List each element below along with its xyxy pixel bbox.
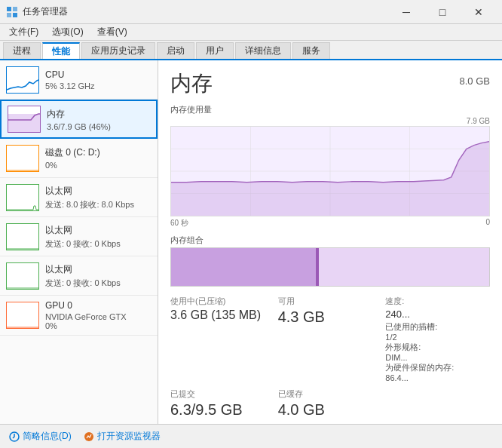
svg-rect-3 [13,13,17,17]
cpu-info: CPU 5% 3.12 GHz [45,69,152,91]
network3-thumbnail [6,262,39,290]
app-title: 任务管理器 [23,5,68,18]
stat-in-use-label: 使用中(已压缩) [170,296,275,307]
menu-file[interactable]: 文件(F) [3,24,44,40]
gpu-stat1: NVIDIA GeForce GTX [45,312,152,321]
sidebar-item-network1[interactable]: 以太网 发送: 8.0 接收: 8.0 Kbps [0,178,158,217]
cpu-chart-mini [7,67,39,94]
resource-monitor-button[interactable]: 打开资源监视器 [84,430,161,443]
network2-stat: 发送: 0 接收: 0 Kbps [45,238,152,250]
sidebar-item-gpu[interactable]: GPU 0 NVIDIA GeForce GTX 0% [0,296,158,336]
gpu-label: GPU 0 [45,300,152,311]
monitor-label: 打开资源监视器 [97,430,161,443]
stat-committed-label: 已提交 [170,388,275,400]
network3-label: 以太网 [45,263,152,276]
tab-startup[interactable]: 启动 [157,42,194,59]
svg-rect-2 [7,13,11,17]
memory-chart-mini [8,106,41,133]
svg-rect-7 [7,146,39,172]
chart-time-labels: 60 秒 0 [170,218,490,229]
stat-slots-label: 已使用的插槽: [385,321,490,333]
svg-rect-4 [7,67,39,94]
stat-slots-value: 1/2 [385,333,490,342]
memory-info: 内存 3.6/7.9 GB (46%) [47,108,150,131]
stat-speed-value: 240... [385,308,490,320]
cpu-label: CPU [45,69,152,80]
gpu-thumbnail [6,302,39,329]
sidebar-item-network3[interactable]: 以太网 发送: 0 接收: 0 Kbps [0,256,158,296]
gpu-stat2: 0% [45,321,152,330]
close-button[interactable]: ✕ [461,2,496,23]
network1-info: 以太网 发送: 8.0 接收: 8.0 Kbps [45,185,152,210]
tab-app-history[interactable]: 应用历史记录 [81,42,155,59]
summary-button[interactable]: 简略信息(D) [9,430,72,443]
sidebar-item-memory[interactable]: 内存 3.6/7.9 GB (46%) [0,100,158,139]
bottom-bar: 简略信息(D) 打开资源监视器 [0,424,502,448]
svg-rect-10 [7,263,39,290]
svg-rect-6 [8,114,41,133]
menu-options[interactable]: 选项(O) [46,24,89,40]
stat-reserved-value: 86.4... [385,373,490,382]
svg-rect-9 [7,224,39,250]
network2-thumbnail [6,223,39,250]
stat-available: 可用 4.3 GB [278,296,383,382]
network1-thumbnail [6,184,39,211]
title-bar-left: 任务管理器 [6,5,68,18]
tab-bar: 进程 性能 应用历史记录 启动 用户 详细信息 服务 [0,41,502,60]
summary-icon [9,431,20,442]
stat-committed-value: 6.3/9.5 GB [170,401,275,418]
stat-cached: 已缓存 4.0 GB [278,388,383,418]
stat-form-label: 外形规格: [385,342,490,353]
sidebar-item-cpu[interactable]: CPU 5% 3.12 GHz [0,60,158,100]
stat-cached-label: 已缓存 [278,388,383,400]
tab-services[interactable]: 服务 [292,42,330,59]
stat-empty [385,388,490,418]
tab-users[interactable]: 用户 [196,42,234,59]
tab-performance[interactable]: 性能 [42,42,80,59]
network3-chart-mini [7,263,39,290]
minimize-button[interactable]: ─ [389,2,424,23]
cpu-stat: 5% 3.12 GHz [45,81,152,91]
time-end: 0 [485,218,490,229]
disk-stat: 0% [45,161,152,170]
network1-chart-mini [7,185,39,211]
menu-bar: 文件(F) 选项(O) 查看(V) [0,24,502,41]
svg-rect-1 [13,7,17,11]
network1-stat: 发送: 8.0 接收: 8.0 Kbps [45,199,152,210]
disk-info: 磁盘 0 (C: D:) 0% [45,146,152,170]
composition-used [171,248,317,286]
maximize-button[interactable]: □ [425,2,460,23]
memory-label: 内存 [47,108,150,121]
composition-label: 内存组合 [170,235,490,246]
stat-available-label: 可用 [278,296,383,307]
svg-rect-11 [7,302,39,329]
content-header: 内存 8.0 GB [170,69,490,98]
menu-view[interactable]: 查看(V) [91,24,133,40]
disk-label: 磁盘 0 (C: D:) [45,146,152,159]
sidebar-item-disk[interactable]: 磁盘 0 (C: D:) 0% [0,139,158,178]
stat-available-value: 4.3 GB [278,308,383,325]
memory-thumbnail [8,106,41,133]
window-controls: ─ □ ✕ [389,2,496,23]
stat-reserved-label: 为硬件保留的内存: [385,362,490,373]
stat-speed: 速度: 240... 已使用的插槽: 1/2 外形规格: DIM... 为硬件保… [385,296,490,382]
stat-cached-value: 4.0 GB [278,401,383,418]
main-content: CPU 5% 3.12 GHz 内存 3.6/7.9 GB (46%) [0,60,502,424]
disk-chart-mini [7,146,39,172]
memory-stat: 3.6/7.9 GB (46%) [47,122,150,131]
chart-label: 内存使用量 [170,104,490,115]
time-start: 60 秒 [170,218,188,229]
network2-label: 以太网 [45,224,152,237]
total-memory: 8.0 GB [460,75,490,87]
tab-details[interactable]: 详细信息 [235,42,291,59]
stat-form-value: DIM... [385,353,490,362]
sidebar-item-network2[interactable]: 以太网 发送: 0 接收: 0 Kbps [0,217,158,256]
memory-chart-svg [171,127,489,216]
content-area: 内存 8.0 GB 内存使用量 7.9 GB [158,60,502,424]
gpu-info: GPU 0 NVIDIA GeForce GTX 0% [45,300,152,330]
stats-grid: 使用中(已压缩) 3.6 GB (135 MB) 可用 4.3 GB 速度: 2… [170,296,490,424]
stat-in-use-value: 3.6 GB (135 MB) [170,308,275,322]
tab-process[interactable]: 进程 [3,42,41,59]
sidebar: CPU 5% 3.12 GHz 内存 3.6/7.9 GB (46%) [0,60,158,424]
stat-speed-label: 速度: [385,296,490,307]
